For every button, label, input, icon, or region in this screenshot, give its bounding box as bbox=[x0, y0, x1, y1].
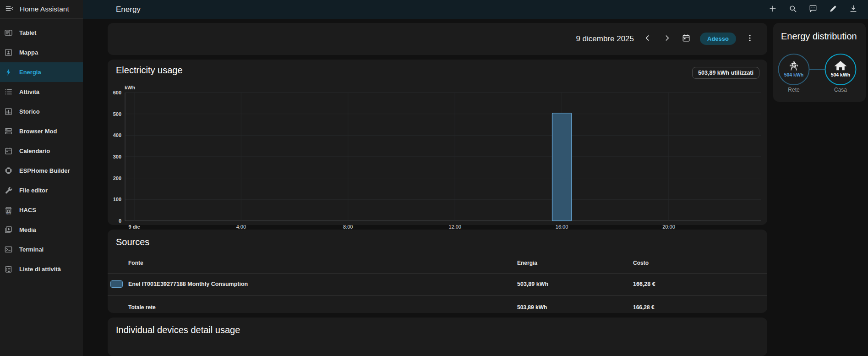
usage-bar[interactable] bbox=[552, 113, 572, 221]
sidebar-item-energia[interactable]: Energia bbox=[0, 62, 83, 82]
sidebar-item-file-editor[interactable]: File editor bbox=[0, 181, 83, 200]
list-icon bbox=[3, 87, 14, 98]
pick-date-button[interactable] bbox=[681, 33, 692, 44]
content-scroll-area[interactable]: 9 dicembre 2025 bbox=[83, 19, 868, 356]
clipboard-list-icon bbox=[3, 264, 14, 275]
svg-text:HACS: HACS bbox=[5, 213, 11, 214]
topbar-actions bbox=[767, 4, 868, 15]
tablet-icon bbox=[3, 27, 14, 38]
svg-text:kWh: kWh bbox=[125, 85, 136, 90]
transmission-tower-icon bbox=[790, 62, 797, 70]
sidebar-item-label: Liste di attività bbox=[19, 266, 61, 273]
sidebar-item-media[interactable]: Media bbox=[0, 220, 83, 240]
calendar-icon bbox=[3, 146, 14, 157]
svg-text:0: 0 bbox=[119, 218, 121, 224]
download-button[interactable] bbox=[848, 4, 859, 15]
source-cost: 166,28 € bbox=[633, 281, 655, 287]
sidebar-item-label: Browser Mod bbox=[19, 128, 57, 135]
sidebar-item-terminal[interactable]: Terminal bbox=[0, 240, 83, 259]
svg-text:16:00: 16:00 bbox=[556, 224, 568, 230]
total-cost: 166,28 € bbox=[633, 304, 655, 311]
svg-text:12:00: 12:00 bbox=[448, 224, 461, 230]
topbar: Energy bbox=[83, 0, 868, 19]
column-header-energy: Energia bbox=[517, 260, 537, 266]
chevron-left-icon bbox=[643, 33, 652, 44]
sidebar-item-label: Storico bbox=[19, 108, 40, 115]
sidebar-toggle-button[interactable] bbox=[4, 4, 15, 15]
wrench-icon bbox=[3, 185, 14, 196]
page-title: Energy bbox=[116, 5, 141, 14]
source-energy: 503,89 kWh bbox=[517, 281, 548, 287]
electricity-usage-card: Electricity usage 503,89 kWh utilizzati … bbox=[108, 60, 767, 225]
card-title: Sources bbox=[116, 237, 149, 247]
source-row[interactable]: Enel IT001E39277188 Monthly Consumption … bbox=[108, 274, 767, 296]
sidebar-item-calendario[interactable]: Calendario bbox=[0, 141, 83, 161]
svg-text:600: 600 bbox=[113, 90, 121, 95]
grid-node-label: Rete bbox=[788, 87, 800, 93]
chat-icon bbox=[808, 4, 818, 15]
energy-distribution-diagram: 504 kWh 504 kWh Rete Casa bbox=[773, 23, 866, 102]
chip-icon bbox=[3, 165, 14, 176]
sidebar: Home Assistant TabletMappaEnergiaAttivit… bbox=[0, 0, 83, 356]
svg-text:200: 200 bbox=[113, 175, 121, 181]
store-icon: HACS bbox=[3, 205, 14, 216]
main-column: 9 dicembre 2025 bbox=[108, 23, 767, 356]
previous-period-button[interactable] bbox=[642, 33, 653, 44]
sidebar-item-hacs[interactable]: HACSHACS bbox=[0, 200, 83, 220]
sources-header-row: Fonte Energia Costo bbox=[108, 253, 767, 274]
devices-card: Individual devices detail usage bbox=[108, 318, 767, 356]
main-area: Energy bbox=[83, 0, 868, 356]
app-root: Home Assistant TabletMappaEnergiaAttivit… bbox=[0, 0, 868, 356]
sidebar-item-liste-di-attivit-[interactable]: Liste di attività bbox=[0, 259, 83, 279]
period-menu-button[interactable] bbox=[744, 33, 755, 44]
sidebar-item-label: Energia bbox=[19, 69, 41, 76]
sidebar-item-label: Mappa bbox=[19, 49, 38, 56]
home-icon bbox=[835, 61, 847, 70]
sidebar-item-mappa[interactable]: Mappa bbox=[0, 43, 83, 62]
app-title: Home Assistant bbox=[20, 5, 69, 13]
sidebar-item-label: Terminal bbox=[19, 246, 44, 253]
date-picker-card: 9 dicembre 2025 bbox=[108, 23, 767, 55]
column-header-source: Fonte bbox=[128, 260, 143, 266]
grid-node-circle[interactable] bbox=[779, 54, 809, 85]
sidebar-item-attivit-[interactable]: Attività bbox=[0, 82, 83, 102]
energy-distribution-card: Energy distribution 504 kW bbox=[773, 23, 866, 102]
server-icon bbox=[3, 126, 14, 137]
console-icon bbox=[3, 244, 14, 255]
edit-dashboard-button[interactable] bbox=[828, 4, 839, 15]
sidebar-item-storico[interactable]: Storico bbox=[0, 102, 83, 121]
column-header-cost: Costo bbox=[633, 260, 649, 266]
assist-button[interactable] bbox=[808, 4, 819, 15]
download-icon bbox=[849, 4, 858, 15]
home-node-label: Casa bbox=[834, 87, 847, 93]
home-node-circle[interactable] bbox=[825, 54, 856, 85]
sidebar-item-label: HACS bbox=[19, 207, 36, 214]
chevron-right-icon bbox=[662, 33, 671, 44]
source-name: Enel IT001E39277188 Monthly Consumption bbox=[128, 281, 248, 287]
side-column: Energy distribution 504 kW bbox=[773, 23, 866, 356]
next-period-button[interactable] bbox=[661, 33, 672, 44]
svg-text:300: 300 bbox=[113, 154, 121, 159]
electricity-usage-chart[interactable]: 01002003004005006009 dic4:008:0012:0016:… bbox=[108, 60, 767, 237]
sidebar-item-label: ESPHome Builder bbox=[19, 167, 70, 174]
now-button[interactable]: Adesso bbox=[700, 33, 736, 45]
search-icon bbox=[788, 4, 797, 15]
plus-icon bbox=[768, 4, 777, 15]
sidebar-item-esphome-builder[interactable]: ESPHome Builder bbox=[0, 161, 83, 181]
sidebar-item-tablet[interactable]: Tablet bbox=[0, 23, 83, 43]
sidebar-item-label: Tablet bbox=[19, 29, 36, 36]
search-button[interactable] bbox=[787, 4, 798, 15]
menu-open-icon bbox=[5, 4, 14, 14]
total-energy: 503,89 kWh bbox=[517, 304, 547, 311]
dots-vertical-icon bbox=[745, 33, 754, 44]
add-button[interactable] bbox=[767, 4, 778, 15]
calendar-today-icon bbox=[682, 33, 691, 44]
svg-text:500: 500 bbox=[113, 111, 121, 117]
home-node-value: 504 kWh bbox=[831, 72, 851, 77]
sidebar-item-label: Calendario bbox=[19, 148, 50, 154]
sidebar-item-browser-mod[interactable]: Browser Mod bbox=[0, 121, 83, 141]
sidebar-item-label: Attività bbox=[19, 88, 39, 95]
svg-text:9 dic: 9 dic bbox=[128, 224, 140, 230]
sources-total-row: Totale rete 503,89 kWh 166,28 € bbox=[108, 296, 767, 319]
total-label: Totale rete bbox=[128, 304, 156, 311]
